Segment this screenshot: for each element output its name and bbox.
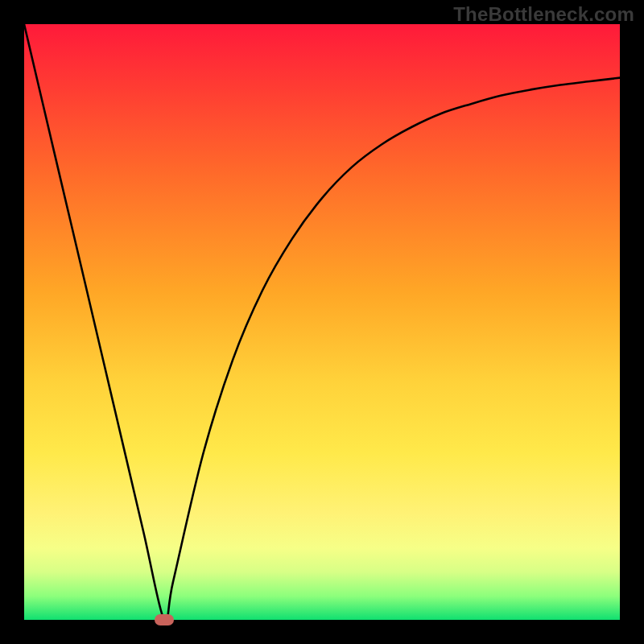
plot-area (24, 24, 620, 620)
bottleneck-curve (24, 24, 620, 620)
watermark-text: TheBottleneck.com (453, 3, 634, 26)
chart-frame: TheBottleneck.com (0, 0, 644, 644)
optimum-marker-icon (155, 614, 174, 625)
